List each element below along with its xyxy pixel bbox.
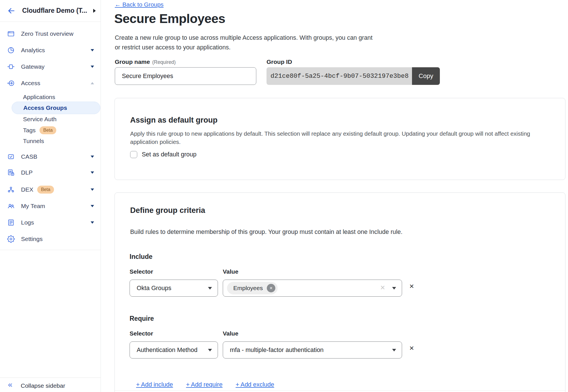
sidebar-item-label: Access Groups: [23, 104, 67, 111]
require-heading: Require: [130, 315, 154, 322]
chevron-down-icon: [392, 349, 396, 351]
sidebar-item-label: My Team: [21, 203, 45, 209]
copy-button[interactable]: Copy: [412, 67, 440, 85]
back-arrow-icon[interactable]: [7, 6, 16, 15]
sidebar-item-label: DLP: [21, 169, 33, 176]
require-value-dropdown[interactable]: mfa - multiple-factor authentication: [223, 341, 402, 359]
sidebar-item-dex[interactable]: DEX Beta: [0, 183, 101, 196]
account-expander-icon[interactable]: [93, 9, 96, 13]
cloudflare-zero-trust-page: { "colors": { "accent_blue": "#3e6ce2", …: [0, 0, 568, 392]
card-body-line1: Apply this rule group to new application…: [130, 130, 530, 137]
sidebar-item-label: DEX: [21, 186, 33, 193]
access-icon: [7, 79, 15, 87]
sidebar-item-my-team[interactable]: My Team: [0, 200, 101, 212]
chevron-down-icon: [208, 287, 212, 290]
sidebar-item-applications[interactable]: Applications: [0, 91, 101, 103]
assign-default-group-card: Assign as default group Apply this rule …: [115, 98, 565, 180]
page-description-line2: or restrict user access to your applicat…: [115, 44, 230, 51]
sidebar-divider: [0, 250, 101, 250]
window-icon: [7, 30, 15, 38]
add-include-link[interactable]: + Add include: [136, 381, 173, 388]
checkbox[interactable]: [130, 151, 137, 158]
require-selector-label: Selector: [130, 330, 153, 337]
card-heading: Assign as default group: [130, 116, 218, 125]
page-title: Secure Employees: [114, 11, 225, 26]
card-body: Apply this rule group to new application…: [130, 129, 530, 146]
add-rule-links: + Add include + Add require + Add exclud…: [136, 381, 274, 388]
collapse-sidebar-button[interactable]: « Collapse sidebar: [0, 378, 101, 392]
sidebar-item-label: Settings: [21, 236, 43, 242]
tag-remove-icon[interactable]: ✕: [267, 284, 275, 292]
group-id-label: Group ID: [267, 58, 292, 65]
include-value-label: Value: [223, 268, 238, 275]
chevron-down-icon: [91, 188, 94, 191]
clear-values-icon[interactable]: ✕: [380, 284, 385, 292]
gateway-icon: [7, 63, 15, 71]
set-default-group-checkbox-row[interactable]: Set as default group: [130, 151, 196, 158]
dlp-icon: [7, 169, 15, 177]
sidebar-item-label: Zero Trust overview: [21, 30, 73, 37]
sidebar-item-access-groups[interactable]: Access Groups: [12, 102, 100, 114]
sidebar-item-label: Applications: [23, 94, 55, 100]
analytics-icon: [7, 47, 15, 54]
gear-icon: [7, 235, 15, 243]
page-description-line1: Create a new rule group to use across mu…: [115, 34, 373, 41]
sidebar-item-label: Logs: [21, 219, 34, 226]
value-tag-label: Employees: [233, 285, 263, 292]
sidebar-item-zero-trust-overview[interactable]: Zero Trust overview: [0, 28, 101, 40]
sidebar: Cloudflare Demo (T... Zero Trust overvie…: [0, 0, 101, 392]
sidebar-item-service-auth[interactable]: Service Auth: [0, 114, 101, 125]
sidebar-item-logs[interactable]: Logs: [0, 216, 101, 229]
chevron-down-icon: [91, 171, 94, 174]
chevron-down-icon: [91, 49, 94, 51]
group-name-input[interactable]: [115, 67, 256, 85]
dex-icon: [7, 186, 15, 194]
group-id-value: d21ce80f-5a25-4bcf-9b07-5032197e3be8: [267, 67, 412, 85]
add-require-link[interactable]: + Add require: [186, 381, 223, 388]
sidebar-item-gateway[interactable]: Gateway: [0, 60, 101, 73]
chevron-down-icon: [91, 66, 94, 68]
include-selector-label: Selector: [130, 268, 153, 275]
require-value-text: mfa - multiple-factor authentication: [230, 347, 324, 354]
sidebar-item-tags[interactable]: Tags Beta: [0, 125, 101, 136]
chevron-down-icon: [91, 156, 94, 158]
beta-badge: Beta: [39, 126, 56, 134]
sidebar-item-dlp[interactable]: DLP: [0, 166, 101, 179]
sidebar-item-tunnels[interactable]: Tunnels: [0, 135, 101, 147]
group-name-label: Group name(Required): [115, 58, 176, 65]
sidebar-item-casb[interactable]: CASB: [0, 150, 101, 163]
sidebar-item-access[interactable]: Access: [0, 77, 101, 89]
sidebar-item-label: Tunnels: [23, 138, 44, 144]
include-value-multiselect[interactable]: Employees ✕ ✕: [223, 280, 402, 297]
card-body-line2: application policies.: [130, 139, 181, 145]
sidebar-item-label: Analytics: [21, 47, 45, 54]
card-heading: Define group criteria: [130, 206, 205, 215]
sidebar-item-analytics[interactable]: Analytics: [0, 44, 101, 56]
required-hint: (Required): [152, 59, 176, 65]
chevron-down-icon: [91, 221, 94, 224]
account-title[interactable]: Cloudflare Demo (T...: [22, 7, 87, 14]
chevron-down-icon: [392, 287, 396, 290]
sidebar-header: Cloudflare Demo (T...: [0, 0, 101, 22]
require-selector-dropdown[interactable]: Authentication Method: [130, 341, 218, 359]
chevron-down-icon: [91, 205, 94, 207]
casb-icon: [7, 153, 15, 161]
sidebar-item-settings[interactable]: Settings: [0, 233, 101, 245]
require-selector-value: Authentication Method: [137, 347, 197, 354]
sidebar-item-label: Access: [21, 80, 40, 87]
collapse-sidebar-label: Collapse sidebar: [21, 382, 65, 389]
value-tag: Employees ✕: [227, 282, 278, 294]
beta-badge: Beta: [37, 186, 54, 194]
chevron-down-icon: [208, 349, 212, 351]
chevron-up-icon: [91, 82, 94, 84]
page-description: Create a new rule group to use across mu…: [115, 33, 373, 52]
include-heading: Include: [130, 253, 153, 261]
sidebar-item-label: Tags: [23, 127, 36, 134]
main-content: ← Back to Groups Secure Employees Create…: [101, 0, 568, 392]
back-to-groups-link[interactable]: ← Back to Groups: [115, 1, 164, 8]
add-exclude-link[interactable]: + Add exclude: [236, 381, 274, 388]
include-selector-dropdown[interactable]: Okta Groups: [130, 280, 218, 297]
remove-require-rule-icon[interactable]: ✕: [409, 345, 414, 352]
logs-icon: [7, 219, 15, 227]
remove-include-rule-icon[interactable]: ✕: [409, 283, 414, 290]
